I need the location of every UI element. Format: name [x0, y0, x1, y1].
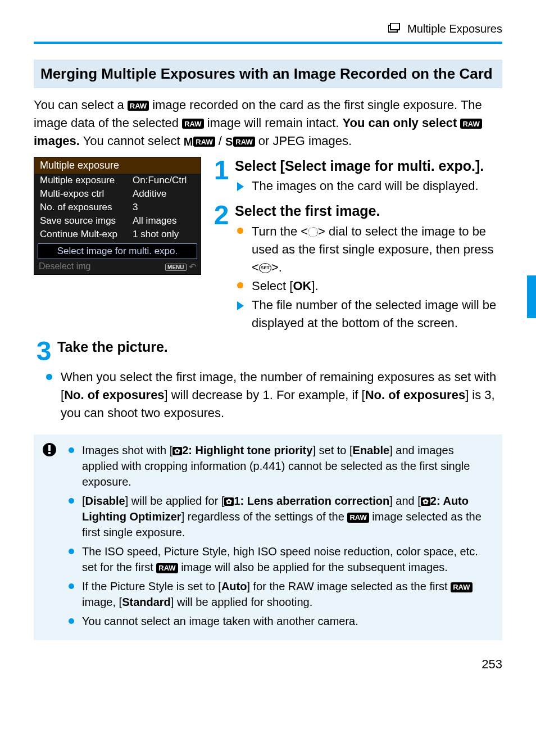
step-3-bullet: When you select the first image, the num… [61, 368, 502, 422]
step-2-bullet: Select [OK]. [252, 277, 502, 295]
menu-row: Multiple exposureOn:Func/Ctrl [34, 174, 201, 187]
text-bold: You can only select [343, 116, 461, 130]
page-number: 253 [0, 657, 536, 689]
back-arrow-icon: ↶ [189, 262, 196, 271]
menu-value: 3 [133, 202, 138, 213]
menu-row: No. of exposures3 [34, 201, 201, 214]
intro-paragraph: You can select a RAW image recorded on t… [34, 96, 502, 150]
menu-label: Continue Mult-exp [40, 229, 127, 240]
menu-label: Multiple exposure [40, 175, 127, 186]
text-bold: 2: Highlight tone priority [182, 444, 312, 456]
raw-icon: RAW [182, 119, 203, 129]
svg-rect-4 [48, 452, 51, 454]
text-bold: Disable [85, 495, 125, 507]
text: ] will decrease by 1. For example, if [ [165, 388, 365, 402]
text: You cannot select [83, 134, 184, 148]
menu-button-label: MENU [165, 264, 186, 271]
note-item: Images shot with [✿2: Highlight tone pri… [69, 442, 492, 490]
camera-icon: ✿ [224, 497, 234, 506]
text: ] for the RAW image selected as the firs… [247, 580, 451, 592]
step-2-title: Select the first image. [235, 202, 502, 220]
text: image will also be applied for the subse… [178, 561, 448, 573]
text: image, [ [82, 596, 122, 608]
menu-value: Additive [133, 188, 166, 200]
menu-selected-row: Select image for multi. expo. [38, 243, 197, 259]
text: Select [ [252, 279, 293, 293]
text: If the Picture Style is set to [ [82, 580, 221, 592]
text-bold: No. of exposures [365, 388, 465, 402]
svg-rect-3 [48, 445, 51, 451]
menu-row: Save source imgsAll images [34, 214, 201, 228]
camera-icon: ✿ [172, 447, 182, 455]
step-2-result: The file number of the selected image wi… [252, 296, 502, 332]
menu-value: All images [133, 215, 176, 227]
menu-back: MENU ↶ [165, 261, 196, 272]
text: ] set to [ [312, 444, 352, 456]
step-3-number: 3 [34, 338, 54, 365]
raw-icon: RAW [156, 563, 178, 573]
deselect-label: Deselect img [39, 261, 90, 272]
step-1-title: Select [Select image for multi. expo.]. [235, 157, 502, 175]
dial-icon [308, 227, 318, 237]
raw-icon: RAW [347, 513, 369, 523]
note-item: The ISO speed, Picture Style, high ISO s… [69, 544, 492, 575]
note-item: You cannot select an image taken with an… [69, 613, 492, 629]
raw-icon: RAW [233, 137, 255, 147]
text: ] will be applied for [ [125, 495, 225, 507]
text: ] and [ [389, 495, 421, 507]
menu-value: 1 shot only [133, 229, 179, 240]
text-bold: No. of exposures [64, 388, 164, 402]
svg-rect-1 [390, 23, 399, 30]
caution-icon [42, 441, 56, 456]
step-3-title: Take the picture. [57, 338, 502, 356]
menu-value: On:Func/Ctrl [133, 175, 187, 186]
menu-title: Multiple exposure [34, 157, 201, 174]
text-bold: Enable [353, 444, 390, 456]
text: Turn the < [252, 224, 308, 238]
text: >. [271, 260, 282, 274]
menu-row: Continue Mult-exp1 shot only [34, 228, 201, 241]
raw-icon: RAW [460, 119, 482, 129]
note-item: If the Picture Style is set to [Auto] fo… [69, 578, 492, 610]
text-bold: Auto [221, 580, 247, 592]
caution-box: Images shot with [✿2: Highlight tone pri… [34, 434, 502, 640]
note-item: [Disable] will be applied for [✿1: Lens … [69, 493, 492, 540]
menu-label: Save source imgs [40, 215, 127, 227]
m-prefix: M [184, 135, 193, 148]
camera-icon: ✿ [421, 497, 430, 506]
menu-row: Multi-expos ctrlAdditive [34, 187, 201, 201]
header-title: Multiple Exposures [407, 22, 502, 35]
section-heading: Merging Multiple Exposures with an Image… [34, 60, 502, 88]
step-2-bullet: Turn the <> dial to select the image to … [252, 223, 502, 277]
set-icon: SET [259, 263, 271, 273]
text-bold: 1: Lens aberration correction [234, 495, 389, 507]
text: You can select a [34, 98, 128, 112]
header-rule [34, 42, 502, 44]
text: ] will be applied for shooting. [171, 596, 312, 608]
raw-icon: RAW [193, 137, 215, 147]
text: ] regardless of the settings of the [181, 510, 348, 523]
text: Images shot with [ [82, 444, 172, 456]
text: ]. [311, 279, 318, 293]
raw-icon: RAW [128, 101, 149, 111]
menu-bottom-row: Deselect img MENU ↶ [34, 260, 201, 274]
menu-label: Multi-expos ctrl [40, 188, 127, 200]
step-2-number: 2 [211, 202, 231, 333]
step-1-number: 1 [211, 157, 231, 196]
text-bold: Standard [122, 596, 171, 608]
raw-icon: RAW [451, 582, 472, 592]
menu-label: No. of exposures [40, 202, 127, 213]
stack-icon [388, 23, 401, 36]
text-bold: images. [34, 134, 80, 148]
text: image will remain intact. [207, 116, 343, 130]
step-1-result: The images on the card will be displayed… [252, 177, 502, 195]
text-bold: OK [293, 279, 311, 293]
camera-menu-screenshot: Multiple exposure Multiple exposureOn:Fu… [34, 157, 201, 275]
text: or JPEG images. [258, 134, 352, 148]
page-header: Multiple Exposures [0, 0, 536, 42]
s-prefix: S [225, 135, 233, 148]
